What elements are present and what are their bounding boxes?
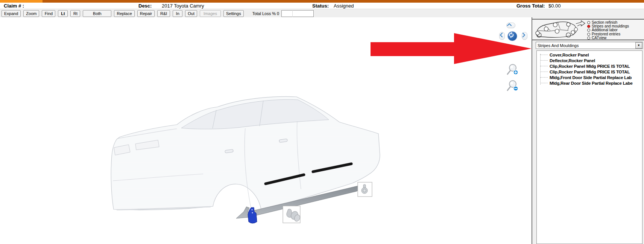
radio-icon	[587, 21, 590, 24]
rocker-panel-clips-front[interactable]	[283, 206, 301, 223]
view-options-box: Section refinish Stripes and mouldings A…	[532, 19, 644, 40]
rocker-panel-clip-rear[interactable]	[358, 182, 372, 197]
desc-label: Desc:	[138, 3, 152, 9]
left-side-button[interactable]: Lt	[58, 10, 68, 17]
rotate-up-button[interactable]	[506, 23, 515, 28]
rotate-icon	[508, 32, 515, 38]
category-dropdown[interactable]: Stripes And Mouldings ▼	[536, 42, 643, 49]
tree-item-clip-rocker-panel-2[interactable]: Clip,Rocker Panel Mldg PRICE IS TOTAL	[537, 69, 630, 75]
total-loss-label: Total Loss % 0	[252, 11, 279, 16]
top-accent-left	[0, 0, 43, 3]
tree-connector	[540, 60, 548, 61]
vehicle-graphics-area	[0, 17, 532, 244]
radio-selected-icon	[587, 25, 590, 28]
chevron-up-icon	[507, 23, 512, 26]
rotate-left-button[interactable]	[499, 32, 505, 40]
view-option-radios: Section refinish Stripes and mouldings A…	[587, 21, 629, 40]
tree-item-clip-rocker-panel-1[interactable]: Clip,Rocker Panel Mldg PRICE IS TOTAL	[537, 63, 630, 69]
category-dropdown-value: Stripes And Mouldings	[536, 43, 635, 48]
tree-item-mldg-front-door[interactable]: Mldg,Front Door Side Partial Replace Lab	[537, 75, 632, 80]
tree-connector	[540, 83, 548, 83]
status-value: Assigned	[334, 3, 354, 9]
radio-icon	[587, 29, 590, 32]
header-bar: Claim # : Desc: 2017 Toyota Camry Status…	[0, 3, 644, 9]
zoom-in-icon	[506, 63, 519, 77]
vehicle-3d-view	[0, 17, 532, 244]
settings-button[interactable]: Settings	[223, 10, 244, 17]
toolbar-divider	[292, 10, 293, 17]
expand-button[interactable]: Expand	[2, 10, 21, 17]
top-accent-right	[43, 0, 644, 3]
rocker-panel-deflector-blue[interactable]	[248, 207, 257, 223]
radio-icon	[587, 37, 590, 40]
toolbar: Expand Zoom Find Lt Rt Both Replace Repa…	[0, 9, 644, 18]
dropdown-arrow-icon[interactable]: ▼	[635, 42, 642, 49]
chevron-right-icon	[522, 32, 526, 38]
in-button[interactable]: In	[173, 10, 182, 17]
parts-side-panel: Section refinish Stripes and mouldings A…	[532, 17, 644, 244]
replace-button[interactable]: Replace	[114, 10, 134, 17]
tree-connector	[540, 72, 548, 72]
parts-tree: Cover,Rocker Panel Deflector,Rocker Pane…	[536, 50, 642, 244]
zoom-out-icon	[506, 79, 519, 93]
find-button[interactable]: Find	[42, 10, 55, 17]
zoom-in-button[interactable]	[506, 63, 519, 77]
both-sides-button[interactable]: Both	[83, 10, 111, 17]
remove-install-button[interactable]: R&I	[157, 10, 170, 17]
out-button[interactable]: Out	[185, 10, 197, 17]
right-side-button[interactable]: Rt	[70, 10, 80, 17]
rotate-right-button[interactable]	[522, 32, 527, 40]
images-button: Images	[200, 10, 221, 17]
repair-button[interactable]: Repair	[137, 10, 155, 17]
radio-icon	[587, 33, 590, 36]
gross-total-label: Gross Total:	[516, 3, 545, 9]
status-label: Status:	[312, 3, 329, 9]
tree-item-deflector-rocker-panel[interactable]: Deflector,Rocker Panel	[537, 58, 595, 63]
gross-total-value: $0.00	[548, 3, 561, 9]
zoom-out-button[interactable]	[506, 79, 519, 93]
tree-connector	[540, 66, 548, 66]
zoom-button[interactable]: Zoom	[23, 10, 39, 17]
chevron-left-icon	[500, 32, 503, 38]
vehicle-sections-icon	[534, 20, 586, 40]
top-accent-bar	[0, 0, 644, 3]
desc-value: 2017 Toyota Camry	[162, 3, 204, 9]
tree-connector	[540, 77, 548, 78]
tree-item-cover-rocker-panel[interactable]: Cover,Rocker Panel	[537, 52, 589, 58]
total-loss-input[interactable]	[281, 10, 314, 17]
tree-item-mldg-rear-door[interactable]: Mldg,Rear Door Side Partial Replace Labe	[537, 80, 633, 86]
claim-number-label: Claim # :	[4, 3, 24, 9]
tree-connector	[540, 55, 548, 55]
radio-catview[interactable]: CATview	[587, 36, 629, 40]
reset-rotation-button[interactable]	[507, 31, 517, 41]
